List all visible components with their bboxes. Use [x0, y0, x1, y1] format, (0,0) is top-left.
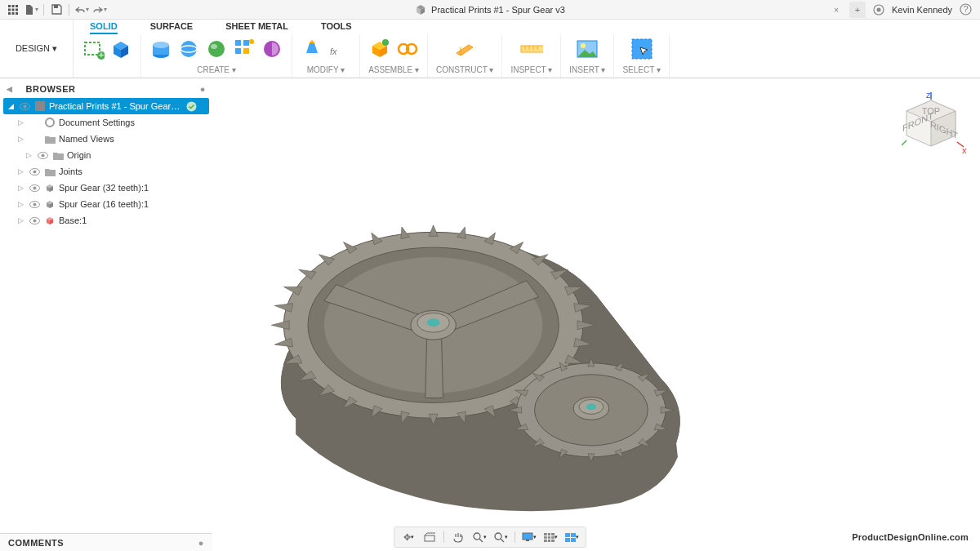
ribbon-tab-sheet metal[interactable]: SHEET METAL: [225, 21, 288, 34]
comments-panel[interactable]: COMMENTS ●: [0, 533, 212, 551]
svg-point-28: [249, 39, 254, 44]
ribbon-group: fxMODIFY ▾: [292, 34, 360, 78]
pressPull-icon[interactable]: [301, 38, 323, 60]
close-tab[interactable]: ×: [828, 5, 844, 15]
svg-rect-14: [85, 42, 100, 55]
svg-rect-34: [521, 46, 543, 52]
select-icon[interactable]: [630, 38, 653, 60]
titlebar: ▾ ▾ ▾ Practical Prints #1 - Spur Gear v3…: [0, 0, 980, 20]
small-gear-model: [509, 358, 674, 462]
ribbon-group: SELECT ▾: [614, 34, 670, 78]
workspace-switcher[interactable]: DESIGN ▾: [0, 20, 74, 78]
image-icon[interactable]: [576, 38, 599, 60]
svg-text:+: +: [99, 50, 104, 60]
fit-icon[interactable]: ▾: [492, 529, 510, 545]
svg-point-11: [877, 7, 881, 11]
fx-icon[interactable]: fx: [328, 38, 351, 60]
undo-icon[interactable]: ▾: [74, 2, 90, 18]
ribbon-group-label[interactable]: SELECT ▾: [622, 64, 661, 78]
joint-icon[interactable]: [396, 38, 419, 60]
ribbon-tabs: SOLIDSURFACESHEET METALTOOLS: [74, 20, 980, 34]
measure-icon[interactable]: [520, 38, 543, 60]
component-icon[interactable]: [368, 38, 391, 60]
grid-icon[interactable]: ▾: [541, 529, 559, 545]
zoom-icon[interactable]: ▾: [470, 529, 488, 545]
ribbon-group-label[interactable]: CONSTRUCT ▾: [436, 64, 493, 78]
file-menu-icon[interactable]: ▾: [23, 2, 39, 18]
svg-rect-0: [8, 5, 11, 7]
revolve-icon[interactable]: [177, 38, 200, 60]
ribbon-tab-solid[interactable]: SOLID: [90, 21, 118, 34]
svg-rect-88: [565, 533, 570, 537]
ribbon-group-label[interactable]: INSERT ▾: [569, 64, 605, 78]
svg-rect-81: [523, 533, 532, 540]
svg-rect-25: [243, 40, 249, 46]
svg-point-62: [427, 318, 440, 327]
svg-rect-1: [12, 5, 15, 7]
svg-rect-3: [8, 8, 11, 11]
svg-text:x: x: [962, 145, 967, 155]
ribbon-group: INSERT ▾: [561, 34, 614, 78]
svg-point-79: [495, 533, 501, 540]
svg-point-40: [581, 43, 586, 48]
new-tab-icon[interactable]: +: [849, 2, 866, 18]
pin-icon[interactable]: ●: [198, 538, 204, 548]
redo-icon[interactable]: ▾: [91, 2, 108, 18]
extrude-icon[interactable]: [149, 38, 172, 60]
ribbon-group-label[interactable]: MODIFY ▾: [307, 64, 345, 78]
apps-icon[interactable]: [5, 2, 21, 18]
svg-rect-24: [235, 40, 241, 46]
derive-icon[interactable]: [261, 38, 283, 60]
svg-text:z: z: [926, 91, 931, 100]
box-icon[interactable]: [109, 38, 132, 60]
svg-point-19: [153, 42, 169, 48]
svg-rect-27: [243, 48, 249, 54]
svg-rect-83: [544, 533, 555, 542]
ribbon-group: ASSEMBLE ▾: [360, 34, 428, 78]
svg-point-77: [474, 533, 480, 540]
svg-point-67: [586, 403, 596, 410]
lookAt-icon[interactable]: [421, 529, 439, 545]
display-icon[interactable]: ▾: [520, 529, 538, 545]
svg-rect-76: [425, 535, 434, 541]
svg-point-31: [382, 39, 389, 46]
help-icon[interactable]: ?: [957, 2, 973, 18]
pan-icon[interactable]: [449, 529, 467, 545]
svg-line-70: [902, 140, 906, 145]
viewport[interactable]: z x TOP FRONT RIGHT: [0, 78, 980, 531]
watermark: ProductDesignOnline.com: [852, 527, 969, 544]
svg-text:?: ?: [963, 4, 968, 14]
ribbon-group: CREATE ▾: [141, 34, 292, 78]
svg-rect-4: [12, 8, 15, 11]
ribbon-group: +: [74, 34, 141, 78]
doc-icon: [415, 4, 426, 16]
svg-rect-8: [16, 12, 18, 15]
ribbon-group-label[interactable]: CREATE ▾: [197, 64, 236, 78]
svg-rect-6: [8, 12, 11, 15]
sketch-icon[interactable]: +: [82, 38, 105, 60]
user-menu[interactable]: Kevin Kennedy: [892, 5, 952, 15]
viewcube[interactable]: z x TOP FRONT RIGHT: [902, 91, 967, 158]
plane-icon[interactable]: [453, 38, 476, 60]
extensions-icon[interactable]: [871, 2, 887, 18]
ribbon-group-label[interactable]: ASSEMBLE ▾: [368, 64, 419, 78]
ribbon-group: CONSTRUCT ▾: [428, 34, 502, 78]
svg-rect-2: [16, 5, 18, 7]
window-title: Practical Prints #1 - Spur Gear v3: [415, 4, 565, 16]
svg-point-23: [211, 44, 217, 49]
ribbon-tab-tools[interactable]: TOOLS: [321, 21, 352, 34]
sphere-icon[interactable]: [205, 38, 228, 60]
save-icon[interactable]: [48, 2, 65, 18]
ribbon-group-label[interactable]: INSPECT ▾: [510, 64, 552, 78]
svg-point-20: [180, 41, 197, 57]
svg-line-78: [479, 539, 483, 542]
viewports-icon[interactable]: ▾: [563, 529, 581, 545]
svg-point-22: [208, 41, 225, 57]
svg-rect-9: [54, 5, 58, 8]
ribbon-tab-surface[interactable]: SURFACE: [150, 21, 194, 34]
svg-rect-90: [565, 538, 570, 542]
orbit-icon[interactable]: ✥▾: [399, 529, 417, 545]
svg-text:fx: fx: [330, 47, 337, 56]
pattern-icon[interactable]: [233, 38, 256, 60]
svg-rect-26: [235, 48, 241, 54]
